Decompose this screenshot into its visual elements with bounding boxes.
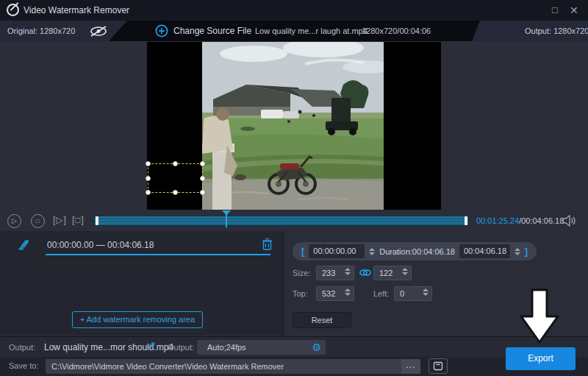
watermark-selection-box[interactable] — [148, 163, 203, 193]
resize-handle-nw[interactable] — [146, 161, 151, 166]
output-format-select[interactable]: Auto;24fps ⚙ — [197, 340, 326, 355]
output-resolution-label: Output: 1280x720 — [525, 26, 588, 35]
source-file-meta: 1280x720/00:04:06 — [362, 26, 431, 35]
video-watermark-remover-window: Video Watermark Remover □ ✕ Original: 12… — [0, 0, 588, 376]
trash-icon[interactable] — [262, 238, 273, 251]
trim-handle-start[interactable] — [96, 216, 98, 225]
resize-handle-se[interactable] — [200, 190, 205, 195]
time-range-pill: [ 00:00:00.00 Duration:00:04:06.18 00:04… — [293, 242, 537, 260]
frame-stop-button[interactable]: [□] — [72, 215, 85, 225]
end-time-spinner[interactable] — [514, 248, 520, 255]
start-time-spinner[interactable] — [369, 248, 375, 255]
width-input[interactable]: 233 — [316, 266, 354, 280]
watermark-properties-panel: [ 00:00:00.00 Duration:00:04:06.18 00:04… — [284, 231, 588, 336]
resize-handle-e[interactable] — [200, 176, 205, 181]
resize-handle-n[interactable] — [173, 161, 178, 166]
maximize-button[interactable]: □ — [552, 4, 558, 16]
save-to-label: Save to: — [9, 361, 38, 370]
gear-icon[interactable]: ⚙ — [312, 340, 321, 355]
original-resolution-label: Original: 1280x720 — [7, 26, 75, 35]
track-selected-underline — [46, 254, 270, 255]
bracket-open: [ — [301, 246, 304, 257]
add-watermark-area-button[interactable]: + Add watermark removing area — [72, 311, 203, 328]
time-readout: 00:01:25.24/00:04:06.18 — [476, 216, 564, 225]
output-bar: Output: Low quality me...mor should.mp4 … — [0, 336, 588, 357]
duration-label: Duration:00:04:06.18 — [379, 247, 455, 256]
track-time-range[interactable]: 00:00:00.00 — 00:04:06.18 — [47, 240, 154, 250]
start-time-input[interactable]: 00:00:00.00 — [309, 244, 365, 258]
title-bar: Video Watermark Remover □ ✕ — [0, 0, 588, 21]
source-file-name: Low quality me...r laugh at.mp4 — [255, 26, 368, 35]
playhead-line[interactable] — [226, 214, 227, 227]
top-toolbar: Original: 1280x720 Change Source File Lo… — [0, 21, 588, 41]
total-time: /00:04:06.18 — [519, 216, 564, 225]
plus-icon: + — [80, 315, 85, 324]
link-aspect-icon[interactable] — [359, 268, 371, 277]
change-source-file-button[interactable]: Change Source File — [173, 26, 251, 36]
output-format-label: Output: — [168, 343, 194, 352]
save-bar: Save to: C:\Vidmore\Vidmore Video Conver… — [0, 357, 588, 376]
output-file-label: Output: — [9, 343, 35, 352]
reset-button[interactable]: Reset — [293, 312, 351, 328]
resize-handle-ne[interactable] — [200, 161, 205, 166]
bracket-close: ] — [525, 246, 528, 257]
video-frame — [202, 42, 384, 210]
open-folder-button[interactable] — [429, 358, 448, 374]
top-label: Top: — [293, 289, 308, 298]
left-spinner[interactable] — [423, 288, 429, 296]
timeline-slider[interactable] — [94, 216, 469, 226]
end-time-input[interactable]: 00:04:06.18 — [459, 244, 510, 258]
left-label: Left: — [373, 289, 389, 298]
plus-circle-icon[interactable] — [155, 24, 168, 38]
watermark-brush-icon — [18, 238, 30, 251]
video-preview-stage — [147, 42, 441, 210]
browse-button[interactable]: ... — [401, 359, 420, 374]
trim-handle-end[interactable] — [465, 216, 467, 225]
edit-name-icon[interactable]: ✎ — [147, 340, 156, 352]
eye-off-icon[interactable] — [88, 24, 109, 38]
left-input[interactable]: 0 — [394, 286, 432, 301]
resize-handle-w[interactable] — [146, 176, 151, 181]
open-folder-icon — [433, 361, 443, 371]
close-button[interactable]: ✕ — [570, 4, 578, 16]
watermark-track-panel: 00:00:00.00 — 00:04:06.18 + Add watermar… — [0, 231, 284, 336]
window-title: Video Watermark Remover — [24, 5, 129, 15]
height-input[interactable]: 122 — [373, 266, 412, 280]
height-spinner[interactable] — [402, 268, 408, 275]
resize-handle-s[interactable] — [173, 190, 178, 195]
resize-handle-sw[interactable] — [146, 190, 151, 195]
stop-button[interactable]: □ — [31, 214, 45, 228]
export-button[interactable]: Export — [506, 347, 576, 370]
top-spinner[interactable] — [345, 288, 351, 296]
top-input[interactable]: 532 — [316, 286, 354, 301]
volume-icon[interactable] — [562, 215, 576, 227]
size-label: Size: — [293, 269, 310, 277]
play-button[interactable]: ▷ — [7, 214, 21, 228]
current-time: 00:01:25.24 — [476, 216, 519, 225]
save-path-input[interactable]: C:\Vidmore\Vidmore Video Converter\Video… — [46, 359, 420, 374]
width-spinner[interactable] — [345, 268, 351, 275]
frame-play-button[interactable]: [▷] — [53, 215, 67, 225]
